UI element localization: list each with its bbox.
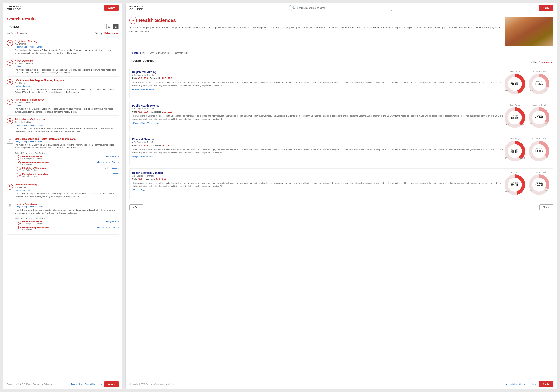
related-body: Public Health Science A.S. Degree for Tr…	[22, 156, 105, 160]
sort-select[interactable]: Relevance Title	[104, 32, 119, 35]
contact-link[interactable]: Contact Us	[85, 383, 95, 385]
tag-careers[interactable]: Careers	[35, 124, 43, 126]
tag-video[interactable]: Video	[28, 140, 34, 143]
prog-desc: The Associate in Science in Public Healt…	[132, 182, 504, 188]
related-title-text[interactable]: Biology – Emphasis Human	[22, 226, 96, 229]
growth-chart: Average +0.7% 2016 2026	[528, 174, 550, 197]
right-help-link[interactable]: Help	[532, 383, 536, 385]
tag-video[interactable]: Video	[15, 85, 21, 87]
svg-text:$84K: $84K	[511, 117, 519, 120]
next-button[interactable]: Next >	[540, 205, 553, 210]
salary-label: Salary Range	[504, 70, 526, 72]
related-tag[interactable]: Careers	[111, 226, 119, 228]
tag-program-map[interactable]: Program Map	[15, 124, 27, 126]
grid-view-button[interactable]: ⊞	[106, 24, 112, 29]
result-title[interactable]: LVN to Associate Degree Nursing Program	[15, 79, 119, 82]
tag-program-map[interactable]: Program Map	[15, 206, 27, 208]
tag-careers[interactable]: Careers	[35, 140, 43, 143]
related-title-text[interactable]: Biology – Emphasis Human	[22, 161, 96, 163]
tag-video[interactable]: Video	[28, 206, 34, 208]
related-title-text[interactable]: Principles of Fluoroscopy	[22, 167, 102, 169]
right-contact-link[interactable]: Contact Us	[519, 383, 529, 385]
prog-tag-video[interactable]: Video	[132, 189, 138, 191]
tag-careers[interactable]: Careers	[35, 206, 43, 208]
tag-program-map[interactable]: Program Map	[15, 46, 27, 48]
tag-video[interactable]: Video	[15, 189, 21, 191]
result-title[interactable]: Medical Records and Health Information T…	[15, 137, 119, 140]
svg-text:$86K: $86K	[505, 90, 509, 92]
result-title[interactable]: Nurse Assistant	[15, 59, 119, 62]
tab-unit-certificates[interactable]: Unit Certificates 9	[148, 50, 172, 56]
prog-tag-program-map[interactable]: Program Map	[132, 156, 145, 158]
list-view-button[interactable]: ☰	[113, 24, 119, 29]
tag-program-map[interactable]: Program Map	[15, 140, 27, 143]
tag-careers[interactable]: Careers	[15, 105, 23, 107]
svg-point-18	[18, 222, 19, 223]
left-apply-button[interactable]: Apply	[104, 5, 119, 11]
right-sort-select[interactable]: Relevance	[538, 61, 553, 64]
related-tag[interactable]: Program Map	[97, 226, 110, 228]
prog-title[interactable]: Public Health Science	[132, 104, 504, 107]
prog-tag-program-map[interactable]: Program Map	[132, 122, 145, 124]
prog-tag-careers[interactable]: Careers	[146, 156, 154, 158]
related-tag[interactable]: Careers	[111, 167, 119, 169]
result-body: LVN to Associate Degree Nursing Program …	[15, 79, 119, 94]
prog-degree: A.S. Degree for Transfer	[132, 175, 504, 177]
tag-video[interactable]: Video	[28, 46, 34, 48]
result-title[interactable]: Principles of Fluoroscopy	[15, 98, 119, 101]
result-desc: Provide basic patient care under directi…	[15, 209, 119, 214]
tag-careers[interactable]: Careers	[35, 46, 43, 48]
related-icon	[17, 161, 21, 165]
tag-careers[interactable]: Careers	[22, 85, 30, 87]
related-tag[interactable]: Careers	[111, 161, 119, 163]
related-title-text[interactable]: Principles of Venipuncture	[22, 173, 102, 175]
prog-title[interactable]: Registered Nursing	[132, 70, 504, 74]
tab-careers[interactable]: Careers 31	[172, 50, 191, 56]
result-tags: Program Map Video Careers	[15, 140, 119, 143]
result-body: Vocational Nursing A.S. Degree Video Car…	[15, 183, 119, 198]
result-title[interactable]: Principles of Venipuncture	[15, 118, 119, 121]
result-icon	[7, 184, 13, 190]
result-title[interactable]: Nursing Assistants	[15, 203, 119, 206]
tag-careers[interactable]: Careers	[22, 189, 30, 191]
search-input[interactable]	[13, 25, 103, 28]
prog-title[interactable]: Physical Therapist	[132, 138, 504, 141]
prog-tag-careers[interactable]: Careers	[140, 189, 148, 191]
prev-button[interactable]: < Prev	[129, 205, 143, 210]
related-title-text[interactable]: Public Health Science	[22, 156, 105, 158]
prog-title[interactable]: Health Services Manager	[132, 171, 504, 174]
prog-tag-program-map[interactable]: Program Map	[132, 88, 145, 90]
right-search-input[interactable]	[297, 7, 391, 9]
related-tag[interactable]: Program Map	[106, 156, 119, 157]
prog-tag-careers[interactable]: Careers	[146, 88, 154, 90]
right-footer-apply-button[interactable]: Apply	[539, 381, 553, 387]
related-tag[interactable]: Careers	[111, 173, 119, 175]
prog-tag-careers[interactable]: Careers	[154, 122, 161, 124]
salary-label: Salary Range	[504, 138, 526, 139]
result-title[interactable]: Vocational Nursing	[15, 183, 119, 186]
prog-degree: A.S. Degree for Transfer	[132, 74, 504, 76]
result-subtitle: Job Skills Certificate	[15, 101, 119, 104]
result-subtitle: A.S. Degree	[15, 43, 119, 45]
search-input-wrap: 🔍	[7, 24, 105, 29]
related-title-text[interactable]: Public Health Science	[22, 221, 105, 223]
prog-tag-video[interactable]: Video	[146, 122, 152, 124]
left-footer-apply-button[interactable]: Apply	[104, 381, 119, 387]
svg-point-10	[18, 162, 19, 163]
left-header: UNIVERSITY COLLEGE Apply	[3, 3, 122, 13]
tag-careers[interactable]: Careers	[15, 66, 23, 68]
right-accessibility-link[interactable]: Accessibility	[506, 383, 517, 385]
related-tag[interactable]: Video	[104, 167, 110, 169]
result-title[interactable]: Registered Nursing	[15, 40, 119, 42]
related-subtitle: A.S. Degree	[22, 229, 96, 231]
help-link[interactable]: Help	[98, 383, 102, 385]
prog-tags: Program Map Careers	[132, 156, 504, 158]
tab-degrees[interactable]: Degrees 7	[129, 50, 148, 56]
accessibility-link[interactable]: Accessibility	[71, 383, 82, 385]
tag-video[interactable]: Video	[28, 124, 34, 126]
related-tag[interactable]: Program Map	[106, 221, 119, 223]
prog-units: Units: 48.0 - 56.0 Transferable: 22.0 - …	[132, 77, 504, 79]
related-tag[interactable]: Video	[104, 173, 110, 175]
right-apply-button[interactable]: Apply	[539, 5, 553, 11]
related-tag[interactable]: Program Map	[97, 161, 110, 163]
